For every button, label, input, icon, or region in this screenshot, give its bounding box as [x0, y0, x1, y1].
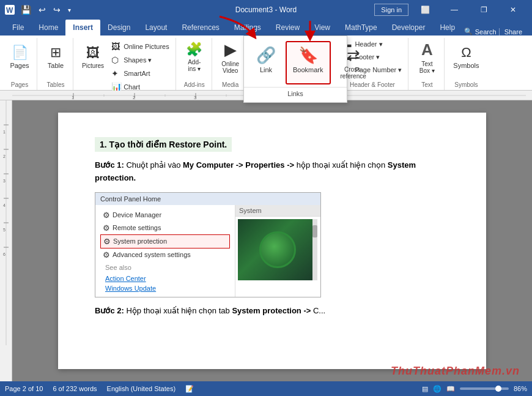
- ribbon-group-addins: 🧩 Add-ins ▾ Add-ins: [177, 38, 212, 90]
- link-dd-icon: 🔗: [256, 46, 276, 65]
- advanced-settings-item[interactable]: ⚙ Advanced system settings: [100, 248, 230, 261]
- buoc2-label: Bước 2:: [95, 306, 124, 315]
- doc-para1: Bước 1: Chuột phải vào My Computer -> Pr…: [95, 159, 449, 185]
- close-button[interactable]: ✕: [499, 0, 527, 20]
- save-icon[interactable]: 💾: [18, 4, 34, 16]
- online-pictures-button[interactable]: 🖼 Online Pictures: [109, 40, 172, 53]
- vruler-svg: 1 2 3 4 5 6: [0, 100, 12, 345]
- customize-qat-icon[interactable]: ▾: [65, 6, 73, 15]
- view-normal-icon[interactable]: ▤: [422, 385, 428, 393]
- symbols-group-label: Symbols: [454, 80, 478, 90]
- media-group-label: Media: [222, 80, 238, 90]
- windows-update-link[interactable]: Windows Update: [100, 283, 230, 293]
- svg-text:1: 1: [72, 95, 75, 100]
- online-video-button[interactable]: ▶ OnlineVideo: [217, 38, 244, 76]
- ribbon-group-tables: ⊞ Table Tables: [39, 38, 73, 90]
- pictures-button[interactable]: 🖼 Pictures: [78, 38, 108, 76]
- table-button[interactable]: ⊞ Table: [42, 38, 69, 76]
- word-logo-icon: W: [5, 5, 15, 15]
- scroll-thumb[interactable]: [312, 225, 317, 237]
- links-dropdown-buttons: 🔗 Link 🔖 Bookmark ⇄ Cross-reference: [244, 36, 347, 87]
- tab-mathtype[interactable]: MathType: [338, 20, 385, 35]
- undo-icon[interactable]: ↩: [36, 4, 48, 16]
- system-image: [238, 219, 317, 280]
- pages-button[interactable]: 📄 Pages: [6, 38, 33, 76]
- search-label[interactable]: Search: [475, 28, 497, 35]
- sign-in-button[interactable]: Sign in: [374, 4, 408, 16]
- buoc1-label: Bước 1:: [95, 160, 124, 170]
- track-changes-icon: 📝: [185, 385, 194, 393]
- zoom-thumb[interactable]: [495, 386, 501, 392]
- ribbon-group-symbols: Ω Symbols Symbols: [446, 38, 486, 90]
- textbox-button[interactable]: A TextBox ▾: [413, 38, 440, 76]
- tab-file[interactable]: File: [5, 20, 31, 35]
- system-logo-circle: [259, 231, 296, 268]
- svg-text:5: 5: [3, 228, 6, 232]
- bookmark-dd-icon: 🔖: [298, 46, 318, 65]
- watermark: ThuThuatPhanMem.vn: [391, 365, 520, 378]
- share-label[interactable]: Share: [499, 28, 522, 35]
- title-bar: W 💾 ↩ ↪ ▾ Document3 - Word Sign in ⬜ — ❐…: [0, 0, 532, 20]
- smartart-label: SmartArt: [124, 70, 150, 77]
- ribbon-group-text: A TextBox ▾ Text: [410, 38, 445, 90]
- text-group-label: Text: [421, 80, 432, 90]
- addins-button[interactable]: 🧩 Add-ins ▾: [181, 38, 208, 76]
- doc-para2: Bước 2: Hộp thoại xuất hiện chọn tab Sys…: [95, 305, 449, 318]
- tab-help[interactable]: Help: [432, 20, 462, 35]
- pages-group-label: Pages: [11, 80, 28, 90]
- addins-group-label: Add-ins: [184, 80, 205, 90]
- crossref-dd-label: Cross-reference: [341, 66, 366, 80]
- bookmark-dd-label: Bookmark: [293, 66, 323, 73]
- restore-button[interactable]: ❐: [470, 0, 498, 20]
- link-dd-label: Link: [260, 66, 272, 73]
- links-dropdown-panel: 🔗 Link 🔖 Bookmark ⇄ Cross-reference Link…: [243, 35, 347, 103]
- ribbon-display-icon[interactable]: ⬜: [411, 0, 439, 20]
- svg-text:3: 3: [194, 95, 197, 100]
- view-web-icon[interactable]: 🌐: [433, 385, 441, 393]
- smartart-button[interactable]: ✦ SmartArt: [109, 67, 172, 80]
- action-center-link[interactable]: Action Center: [100, 274, 230, 283]
- page-scroll-area[interactable]: 1. Tạo thời điểm Restore Point. Bước 1: …: [12, 100, 532, 381]
- system-protection-icon: ⚙: [103, 237, 111, 246]
- status-bar-left: Page 2 of 10 6 of 232 words English (Uni…: [5, 385, 194, 393]
- textbox-label: TextBox ▾: [419, 61, 435, 74]
- page-info: Page 2 of 10: [5, 385, 43, 392]
- status-bar-right: ▤ 🌐 📖 86%: [422, 385, 527, 393]
- control-panel-header: Control Panel Home: [95, 193, 320, 205]
- tab-home[interactable]: Home: [31, 20, 65, 35]
- redo-icon[interactable]: ↪: [51, 4, 63, 16]
- view-read-icon[interactable]: 📖: [446, 385, 455, 393]
- minimize-button[interactable]: —: [440, 0, 468, 20]
- device-manager-item[interactable]: ⚙ Device Manager: [100, 209, 230, 222]
- svg-text:4: 4: [3, 203, 6, 207]
- pages-label: Pages: [10, 62, 29, 69]
- tab-developer[interactable]: Developer: [385, 20, 433, 35]
- scrollbar[interactable]: [312, 219, 317, 280]
- search-icon: 🔍: [464, 28, 473, 35]
- textbox-icon: A: [421, 40, 433, 59]
- red-arrow-2: [292, 18, 328, 42]
- online-video-icon: ▶: [224, 40, 237, 59]
- bookmark-dropdown-button[interactable]: 🔖 Bookmark: [286, 41, 331, 84]
- system-screenshot: Control Panel Home ⚙ Device Manager ⚙ Re…: [95, 192, 321, 297]
- online-video-label: OnlineVideo: [221, 61, 239, 74]
- shapes-button[interactable]: ⬡ Shapes ▾: [109, 54, 172, 66]
- tab-layout[interactable]: Layout: [138, 20, 174, 35]
- symbols-icon: Ω: [461, 45, 471, 61]
- language-info: English (United States): [107, 385, 176, 392]
- tab-insert[interactable]: Insert: [65, 20, 100, 35]
- remote-settings-item[interactable]: ⚙ Remote settings: [100, 222, 230, 234]
- remote-settings-icon: ⚙: [103, 223, 110, 233]
- crossref-dropdown-button[interactable]: ⇄ Cross-reference: [333, 41, 374, 84]
- system-protection-label: System protection: [113, 237, 167, 245]
- tab-design[interactable]: Design: [100, 20, 138, 35]
- smartart-icon: ✦: [111, 69, 121, 78]
- zoom-slider[interactable]: [460, 387, 509, 390]
- system-protection-item[interactable]: ⚙ System protection: [100, 234, 230, 248]
- vertical-ruler: 1 2 3 4 5 6: [0, 100, 12, 381]
- symbols-button[interactable]: Ω Symbols: [449, 38, 482, 76]
- pictures-icon: 🖼: [86, 45, 100, 61]
- link-dropdown-button[interactable]: 🔗 Link: [249, 41, 283, 84]
- sysprot2-label: System protection ->: [232, 306, 311, 315]
- table-label: Table: [48, 62, 64, 69]
